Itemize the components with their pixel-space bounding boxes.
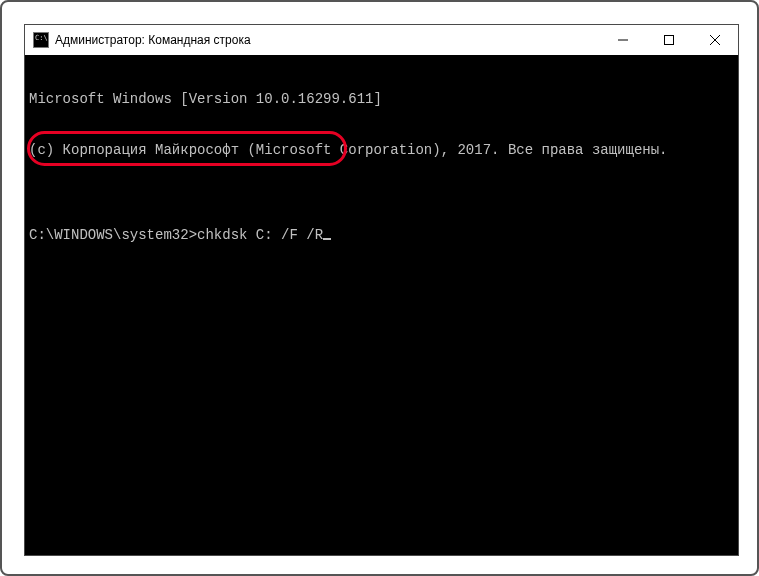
terminal-command: chkdsk C: /F /R: [197, 227, 323, 243]
minimize-button[interactable]: [600, 25, 646, 55]
terminal-prompt-line: C:\WINDOWS\system32>chkdsk C: /F /R: [29, 227, 734, 244]
terminal-line-version: Microsoft Windows [Version 10.0.16299.61…: [29, 91, 734, 108]
window-controls: [600, 25, 738, 55]
cmd-icon: [33, 32, 49, 48]
titlebar[interactable]: Администратор: Командная строка: [25, 25, 738, 55]
terminal-area[interactable]: Microsoft Windows [Version 10.0.16299.61…: [25, 55, 738, 555]
window-title: Администратор: Командная строка: [55, 33, 600, 47]
close-button[interactable]: [692, 25, 738, 55]
cmd-window: Администратор: Командная строка Microsof…: [24, 24, 739, 556]
terminal-prompt: C:\WINDOWS\system32>: [29, 227, 197, 243]
cursor-icon: [323, 238, 331, 240]
svg-rect-1: [665, 36, 674, 45]
screenshot-frame: Администратор: Командная строка Microsof…: [0, 0, 759, 576]
terminal-line-copyright: (c) Корпорация Майкрософт (Microsoft Cor…: [29, 142, 734, 159]
maximize-button[interactable]: [646, 25, 692, 55]
